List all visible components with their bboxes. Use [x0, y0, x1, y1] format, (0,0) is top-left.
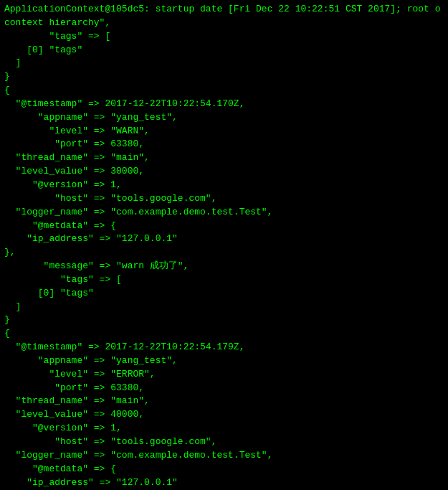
terminal-line: "level_value" => 30000, [4, 165, 444, 179]
terminal-line: "ip_address" => "127.0.0.1" [4, 232, 444, 246]
terminal-line: } [4, 70, 444, 84]
terminal-line: "@metdata" => { [4, 463, 444, 476]
terminal-output: ApplicationContext@105dc5: startup date … [0, 0, 448, 490]
terminal-line: "level" => "WARN", [4, 125, 444, 138]
terminal-line: } [4, 314, 444, 327]
terminal-line: "appname" => "yang_test", [4, 354, 444, 368]
terminal-line: "appname" => "yang_test", [4, 111, 444, 125]
terminal-line: "@metdata" => { [4, 220, 444, 233]
terminal-line: "level" => "ERROR", [4, 368, 444, 382]
terminal-line: "host" => "tools.google.com", [4, 192, 444, 206]
terminal-line: "@timestamp" => 2017-12-22T10:22:54.179Z… [4, 341, 444, 354]
terminal-line: [0] "tags" [4, 44, 444, 57]
terminal-line: "@version" => 1, [4, 179, 444, 192]
terminal-line: ApplicationContext@105dc5: startup date … [4, 3, 444, 17]
terminal-line: ] [4, 57, 444, 70]
terminal-line: "thread_name" => "main", [4, 395, 444, 408]
terminal-line: ] [4, 301, 444, 314]
terminal-line: "port" => 63380, [4, 382, 444, 395]
terminal-line: "level_value" => 40000, [4, 408, 444, 422]
terminal-line: "tags" => [ [4, 273, 444, 287]
terminal-line: "@version" => 1, [4, 422, 444, 435]
terminal-line: "host" => "tools.google.com", [4, 435, 444, 449]
terminal-line: "@timestamp" => 2017-12-22T10:22:54.170Z… [4, 98, 444, 111]
terminal-line: "logger_name" => "com.example.demo.test.… [4, 206, 444, 220]
terminal-line: [0] "tags" [4, 287, 444, 301]
terminal-line: "ip_address" => "127.0.0.1" [4, 476, 444, 490]
terminal-line: "tags" => [ [4, 30, 444, 44]
terminal-line: { [4, 327, 444, 341]
terminal-line: { [4, 84, 444, 98]
terminal-line: }, [4, 246, 444, 260]
terminal-line: "message" => "warn 成功了", [4, 260, 444, 273]
terminal-line: "logger_name" => "com.example.demo.test.… [4, 449, 444, 463]
terminal-line: "thread_name" => "main", [4, 151, 444, 165]
terminal-line: "port" => 63380, [4, 138, 444, 151]
terminal-line: context hierarchy", [4, 17, 444, 30]
